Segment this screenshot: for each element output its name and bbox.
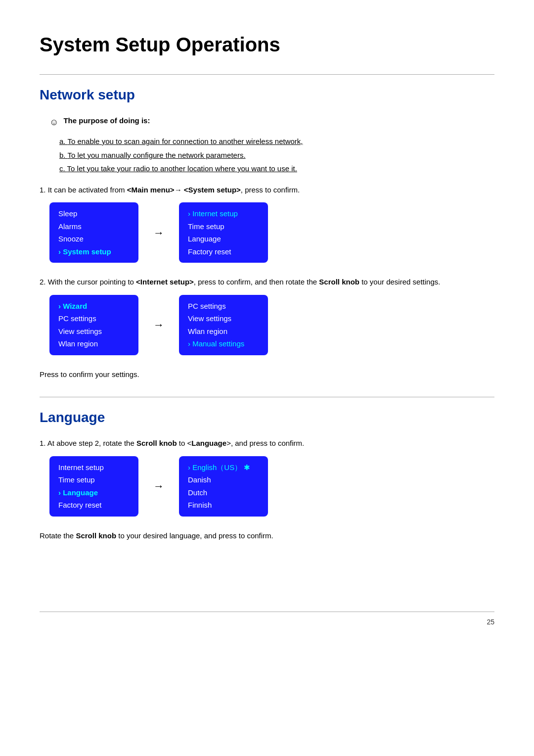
network-setup-title: Network setup: [40, 85, 494, 105]
language-section: Language At above step 2, rotate the Scr…: [40, 407, 494, 548]
menu-item: Alarms: [58, 220, 130, 233]
purpose-item-c: To let you take your radio to another lo…: [59, 163, 494, 175]
menu-item-active: › System setup: [58, 245, 130, 258]
menu-box-2-right: PC settings View settings Wlan region › …: [179, 295, 268, 355]
arrow-icon: →: [153, 317, 164, 333]
menu-item: Internet setup: [58, 461, 130, 474]
purpose-item-a: To enable you to scan again for connecti…: [59, 136, 494, 147]
language-title: Language: [40, 407, 494, 428]
menu-item: Time setup: [188, 220, 259, 233]
menu-item: Snooze: [58, 233, 130, 245]
purpose-block: ☺ The purpose of doing is:: [49, 115, 494, 129]
menu-box-2-left: › Wizard PC settings View settings Wlan …: [49, 295, 138, 355]
menu-item: Time setup: [58, 473, 130, 486]
menu-item-active: › Manual settings: [188, 337, 259, 350]
footer-divider: [40, 612, 494, 612]
lang-step1-text: At above step 2, rotate the Scroll knob …: [40, 438, 494, 449]
menu-item: Wlan region: [188, 325, 259, 338]
arrow-icon: →: [153, 225, 164, 241]
page-title: System Setup Operations: [40, 30, 494, 59]
menu-item: PC settings: [188, 300, 259, 313]
menu-item: Wlan region: [58, 337, 130, 350]
menu-item-active: › Wizard: [58, 300, 130, 313]
menu-item: View settings: [58, 325, 130, 338]
lang-step2-text: Rotate the Scroll knob to your desired l…: [40, 530, 494, 542]
lang-diagram-1: Internet setup Time setup › Language Fac…: [49, 456, 494, 517]
lang-menu-box-left: Internet setup Time setup › Language Fac…: [49, 456, 138, 517]
network-steps: It can be activated from <Main menu>→ <S…: [40, 185, 494, 387]
menu-box-1-right: › Internet setup Time setup Language Fac…: [179, 202, 268, 263]
menu-item: Finnish: [188, 499, 259, 512]
purpose-label: The purpose of doing is:: [63, 115, 150, 127]
menu-item: View settings: [188, 312, 259, 325]
lang-step-2: Rotate the Scroll knob to your desired l…: [40, 530, 494, 549]
menu-item: Sleep: [58, 207, 130, 220]
language-steps: At above step 2, rotate the Scroll knob …: [40, 438, 494, 548]
menu-item: PC settings: [58, 312, 130, 325]
diagram-2: › Wizard PC settings View settings Wlan …: [49, 295, 494, 355]
step-1: It can be activated from <Main menu>→ <S…: [40, 185, 494, 268]
lang-step-1: At above step 2, rotate the Scroll knob …: [40, 438, 494, 521]
diagram-1: Sleep Alarms Snooze › System setup → › I…: [49, 202, 494, 263]
menu-item: Danish: [188, 473, 259, 486]
menu-item-active: › English（US） ✱: [188, 461, 259, 474]
purpose-list: To enable you to scan again for connecti…: [59, 136, 494, 175]
menu-box-1-left: Sleep Alarms Snooze › System setup: [49, 202, 138, 263]
arrow-icon: →: [153, 478, 164, 494]
lang-menu-box-right: › English（US） ✱ Danish Dutch Finnish: [179, 456, 268, 517]
step2-text: With the cursor pointing to <Internet se…: [40, 277, 494, 288]
menu-item: Factory reset: [58, 499, 130, 512]
step-2: With the cursor pointing to <Internet se…: [40, 277, 494, 360]
network-setup-section: Network setup ☺ The purpose of doing is:…: [40, 85, 494, 387]
purpose-item-b: To let you manually configure the networ…: [59, 150, 494, 161]
step-3: Press to confirm your settings.: [40, 369, 494, 387]
menu-item-active: › Internet setup: [188, 207, 259, 220]
menu-item: Dutch: [188, 486, 259, 499]
step1-text: It can be activated from <Main menu>→ <S…: [40, 185, 494, 196]
menu-item: Factory reset: [188, 245, 259, 258]
menu-item: Language: [188, 233, 259, 245]
step3-text: Press to confirm your settings.: [40, 369, 494, 380]
purpose-icon: ☺: [49, 116, 58, 129]
menu-item-active: › Language: [58, 486, 130, 499]
page-number: 25: [40, 617, 494, 627]
